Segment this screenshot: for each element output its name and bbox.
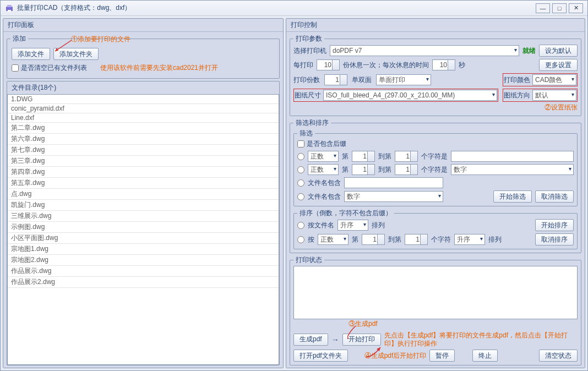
arrow-icon-3: → xyxy=(331,335,339,344)
every-spinner[interactable]: 10 xyxy=(317,59,340,70)
list-item[interactable]: 第三章.dwg xyxy=(8,156,279,167)
minimize-button[interactable]: — xyxy=(536,3,550,13)
list-item[interactable]: 宗地图1.dwg xyxy=(8,244,279,255)
suffix-checkbox[interactable]: 是否包含后缀 xyxy=(297,139,346,149)
f2-from[interactable]: 1 xyxy=(352,164,375,175)
print-panel-header: 打印面板 xyxy=(3,19,283,31)
duplex-label: 单双面 xyxy=(352,75,372,85)
titlebar: 批量打印CAD（支持格式：dwg、dxf） — □ ✕ xyxy=(1,1,587,16)
pdf-hint: 先点击【生成pdf】将要打印的文件生成pdf，然后点击【开始打印】执行打印操作 xyxy=(384,331,578,347)
color-select[interactable]: CAD颜色 xyxy=(532,74,576,85)
params-legend: 打印参数 xyxy=(293,34,324,43)
filter-radio-3[interactable] xyxy=(297,179,304,187)
clear-list-checkbox[interactable]: 是否清空已有文件列表 xyxy=(12,63,87,73)
install-hint: 使用该软件前需要先安装cad2021并打开 xyxy=(100,63,218,73)
filter-type-1-select[interactable]: 正数 xyxy=(308,151,339,162)
filelist-header: 文件目录(18个) xyxy=(7,81,279,94)
printer-status: 就绪 xyxy=(522,46,536,56)
fname-select[interactable]: 数字 xyxy=(344,191,443,202)
status-group: 打印状态 ③生成pdf 生成pdf → 开始打印 先点击【 xyxy=(290,255,581,365)
arrow-icon-4 xyxy=(365,346,384,359)
svg-rect-2 xyxy=(8,10,11,12)
generate-pdf-button[interactable]: 生成pdf xyxy=(293,334,328,346)
print-params-group: 打印参数 选择打印机 doPDF v7 就绪 设为默认 每打印 10 份休息一次… xyxy=(290,34,581,116)
sort-radio-2[interactable] xyxy=(297,236,304,243)
print-control-header: 打印控制 xyxy=(286,19,585,31)
printer-label: 选择打印机 xyxy=(293,46,326,56)
f1-value-input[interactable] xyxy=(451,151,574,162)
copies-spinner[interactable]: 1 xyxy=(324,74,347,85)
window-title: 批量打印CAD（支持格式：dwg、dxf） xyxy=(17,3,533,13)
f1-to[interactable]: 1 xyxy=(395,151,418,162)
list-item[interactable]: Line.dxf xyxy=(8,113,279,123)
close-button[interactable]: ✕ xyxy=(569,3,583,13)
rest-label: 份休息一次；每次休息的时间 xyxy=(343,61,429,70)
filter-sort-legend: 筛选和排序 xyxy=(293,118,331,128)
clear-status-button[interactable]: 清空状态 xyxy=(539,350,578,362)
add-legend: 添加 xyxy=(10,34,28,43)
list-item[interactable]: 示例图.dwg xyxy=(8,222,279,233)
list-item[interactable]: conic_pyramid.dxf xyxy=(8,104,279,113)
sort2-order-select[interactable]: 升序 xyxy=(454,234,485,245)
app-window: 批量打印CAD（支持格式：dwg、dxf） — □ ✕ 打印面板 添加 ①添加要… xyxy=(0,0,588,371)
list-item[interactable]: 宗地图2.dwg xyxy=(8,255,279,266)
cancel-filter-button[interactable]: 取消筛选 xyxy=(535,190,574,203)
list-item[interactable]: 作品展示2.dwg xyxy=(8,277,279,288)
open-pdf-folder-button[interactable]: 打开pdf文件夹 xyxy=(293,350,348,362)
size-select[interactable]: ISO_full_bleed_A4_(297.00_x_210.00_MM) xyxy=(323,90,497,101)
duplex-select[interactable]: 单面打印 xyxy=(376,74,431,85)
f2-value-select[interactable]: 数字 xyxy=(451,164,574,175)
list-item[interactable]: 第四章.dwg xyxy=(8,167,279,178)
start-filter-button[interactable]: 开始筛选 xyxy=(493,190,532,203)
sort-radio-1[interactable] xyxy=(297,222,304,229)
filter-type-2-select[interactable]: 正数 xyxy=(308,164,339,175)
filter-radio-2[interactable] xyxy=(297,166,304,173)
orient-select[interactable]: 默认 xyxy=(532,90,576,101)
add-group: 添加 ①添加要打印的文件 添加文件 添加文件夹 是否清空已有文件列 xyxy=(7,34,280,79)
status-log xyxy=(293,266,578,319)
sort-group: 排序（倒数，字符不包含后缀） 按文件名 升序 排列 开始排序 xyxy=(293,209,578,249)
file-list[interactable]: 1.DWGconic_pyramid.dxfLine.dxf第二章.dwg第六章… xyxy=(7,94,279,365)
sort-legend: 排序（倒数，字符不包含后缀） xyxy=(297,209,394,218)
sort1-order-select[interactable]: 升序 xyxy=(337,220,368,231)
list-item[interactable]: 1.DWG xyxy=(8,95,279,104)
list-item[interactable]: 第二章.dwg xyxy=(8,123,279,134)
list-item[interactable]: 第七章.dwg xyxy=(8,145,279,156)
s2-from[interactable]: 1 xyxy=(362,234,385,245)
size-label: 图纸尺寸 xyxy=(295,91,321,100)
fname-input[interactable] xyxy=(344,177,443,188)
pause-button[interactable]: 暂停 xyxy=(429,350,455,362)
list-item[interactable]: 三维展示.dwg xyxy=(8,211,279,222)
svg-rect-1 xyxy=(7,5,12,7)
sec-label: 秒 xyxy=(459,61,465,70)
add-file-button[interactable]: 添加文件 xyxy=(12,48,50,60)
annotation-1: ①添加要打印的文件 xyxy=(71,35,130,44)
list-item[interactable]: 小区平面图.dwg xyxy=(8,233,279,244)
stop-button[interactable]: 终止 xyxy=(472,350,498,362)
maximize-button[interactable]: □ xyxy=(552,3,567,13)
rest-spinner[interactable]: 10 xyxy=(432,59,455,70)
list-item[interactable]: 凯旋门.dwg xyxy=(8,200,279,211)
printer-select[interactable]: doPDF v7 xyxy=(330,45,519,56)
list-item[interactable]: 第五章.dwg xyxy=(8,178,279,189)
orient-label: 图纸方向 xyxy=(504,91,530,100)
filter-radio-1[interactable] xyxy=(297,153,304,160)
color-label: 打印颜色 xyxy=(504,75,530,85)
list-item[interactable]: 作品展示.dwg xyxy=(8,266,279,277)
annotation-2: ②设置纸张 xyxy=(545,103,578,111)
filter-radio-4[interactable] xyxy=(297,193,304,200)
copies-label: 打印份数 xyxy=(293,75,320,85)
f2-to[interactable]: 1 xyxy=(395,164,418,175)
sort2-type-select[interactable]: 正数 xyxy=(318,234,349,245)
arrow-icon-2 xyxy=(347,325,364,342)
more-settings-button[interactable]: 更多设置 xyxy=(539,59,578,71)
app-icon xyxy=(5,4,14,13)
cancel-sort-button[interactable]: 取消排序 xyxy=(535,233,574,245)
s2-to[interactable]: 1 xyxy=(405,234,428,245)
f1-from[interactable]: 1 xyxy=(352,151,375,162)
start-sort-button[interactable]: 开始排序 xyxy=(535,219,574,231)
list-item[interactable]: 第六章.dwg xyxy=(8,134,279,145)
list-item[interactable]: 点.dwg xyxy=(8,189,279,200)
set-default-button[interactable]: 设为默认 xyxy=(539,45,578,57)
status-legend: 打印状态 xyxy=(293,255,324,265)
